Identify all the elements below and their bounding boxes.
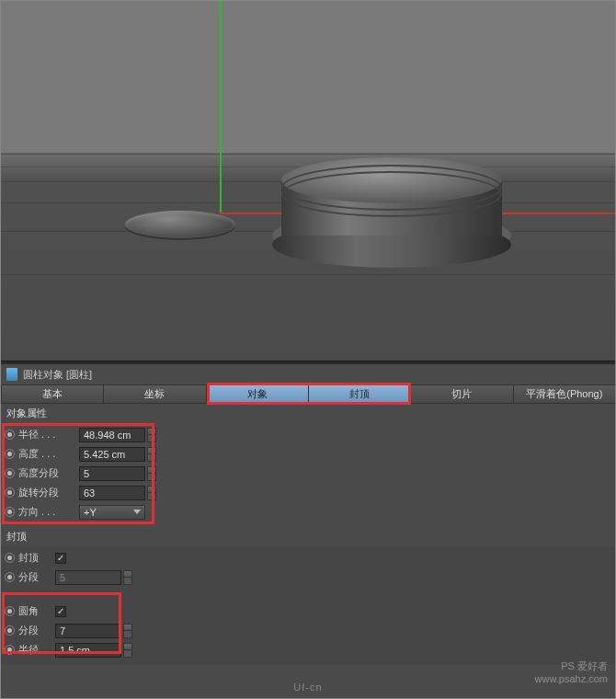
section-object-properties: 对象属性 bbox=[1, 404, 615, 423]
input-radius[interactable]: 48.948 cm bbox=[79, 428, 145, 442]
tab-bar: 基本 坐标 对象 封顶 切片 平滑着色(Phong) bbox=[1, 384, 615, 404]
checkbox-cap[interactable]: ✓ bbox=[55, 553, 66, 564]
cap-group-1: 封顶 ✓ 分段 5 bbox=[1, 546, 615, 592]
cap-group-2: 圆角 ✓ 分段 7 半径 1.5 cm bbox=[1, 592, 615, 665]
spinner-radius[interactable] bbox=[147, 428, 156, 442]
spinner-fillet-radius[interactable] bbox=[123, 643, 132, 658]
dropdown-direction[interactable]: +Y bbox=[79, 505, 145, 520]
label-fillet: 圆角 bbox=[18, 604, 53, 618]
panel-title: 圆柱对象 [圆柱] bbox=[1, 364, 615, 384]
row-direction: 方向 . . . +Y bbox=[1, 502, 615, 521]
panel-title-text: 圆柱对象 [圆柱] bbox=[23, 368, 92, 382]
keyframe-radio-icon[interactable] bbox=[5, 487, 15, 498]
object-disc[interactable] bbox=[125, 211, 235, 238]
tab-slice[interactable]: 切片 bbox=[410, 384, 512, 404]
spinner-rotation-seg[interactable] bbox=[147, 486, 156, 500]
input-fillet-radius[interactable]: 1.5 cm bbox=[55, 643, 121, 658]
input-height[interactable]: 5.425 cm bbox=[79, 447, 145, 462]
row-radius: 半径 . . . 48.948 cm bbox=[1, 425, 615, 444]
label-fillet-radius: 半径 bbox=[18, 643, 53, 657]
checkbox-fillet[interactable]: ✓ bbox=[55, 606, 66, 617]
object-cylinder[interactable] bbox=[281, 157, 502, 249]
section-cap: 封顶 bbox=[1, 527, 615, 546]
watermark-logo: UI-cn bbox=[293, 682, 322, 693]
axis-y bbox=[220, 1, 222, 212]
keyframe-radio-icon[interactable] bbox=[5, 553, 15, 563]
spinner-height[interactable] bbox=[147, 447, 156, 462]
keyframe-radio-icon[interactable] bbox=[5, 572, 15, 582]
input-rotation-seg[interactable]: 63 bbox=[79, 486, 145, 500]
label-cap: 封顶 bbox=[18, 551, 53, 565]
keyframe-radio-icon[interactable] bbox=[5, 449, 15, 459]
spinner-cap-seg[interactable] bbox=[123, 570, 132, 585]
cylinder-icon bbox=[6, 368, 17, 381]
label-rotation-seg: 旋转分段 bbox=[18, 486, 77, 499]
input-cap-seg[interactable]: 5 bbox=[55, 570, 121, 585]
label-radius: 半径 . . . bbox=[18, 428, 77, 441]
row-height-seg: 高度分段 5 bbox=[1, 464, 615, 483]
object-properties-group: 半径 . . . 48.948 cm 高度 . . . 5.425 cm 高度分… bbox=[1, 423, 615, 527]
row-height: 高度 . . . 5.425 cm bbox=[1, 444, 615, 464]
keyframe-radio-icon[interactable] bbox=[5, 606, 15, 616]
label-height: 高度 . . . bbox=[18, 447, 77, 461]
row-fillet-radius: 半径 1.5 cm bbox=[1, 640, 615, 659]
input-height-seg[interactable]: 5 bbox=[79, 466, 145, 481]
keyframe-radio-icon[interactable] bbox=[5, 430, 15, 440]
spinner-fillet-seg[interactable] bbox=[123, 624, 132, 638]
viewport-3d[interactable] bbox=[1, 1, 615, 361]
input-fillet-seg[interactable]: 7 bbox=[55, 624, 121, 638]
keyframe-radio-icon[interactable] bbox=[5, 468, 15, 478]
row-fillet: 圆角 ✓ bbox=[1, 602, 615, 621]
label-height-seg: 高度分段 bbox=[18, 466, 77, 480]
keyframe-radio-icon[interactable] bbox=[5, 645, 15, 655]
label-direction: 方向 . . . bbox=[18, 505, 77, 519]
keyframe-radio-icon[interactable] bbox=[5, 625, 15, 636]
label-fillet-seg: 分段 bbox=[18, 624, 53, 637]
row-fillet-seg: 分段 7 bbox=[1, 621, 615, 640]
row-rotation-seg: 旋转分段 63 bbox=[1, 483, 615, 502]
keyframe-radio-icon[interactable] bbox=[5, 507, 15, 517]
label-cap-seg: 分段 bbox=[18, 570, 53, 584]
watermark-site: PS 爱好者 www.psahz.com bbox=[535, 659, 608, 685]
tab-coord[interactable]: 坐标 bbox=[103, 384, 205, 404]
tab-basic[interactable]: 基本 bbox=[1, 384, 103, 404]
spinner-height-seg[interactable] bbox=[147, 466, 156, 481]
tab-object[interactable]: 对象 bbox=[206, 384, 308, 404]
row-cap: 封顶 ✓ bbox=[1, 548, 615, 567]
tab-cap[interactable]: 封顶 bbox=[308, 384, 410, 404]
tab-phong[interactable]: 平滑着色(Phong) bbox=[513, 384, 615, 404]
chevron-down-icon bbox=[133, 510, 141, 514]
row-cap-seg: 分段 5 bbox=[1, 567, 615, 587]
